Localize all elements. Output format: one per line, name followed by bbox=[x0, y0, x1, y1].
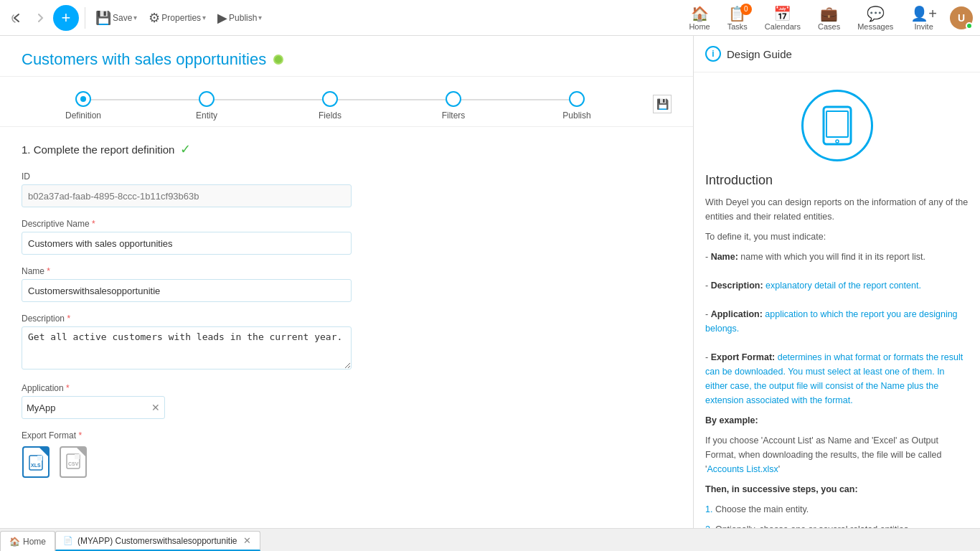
xlsx-icon: XLS bbox=[22, 446, 50, 478]
home-tab-icon: 🏠 bbox=[9, 537, 20, 547]
svg-rect-7 bbox=[826, 111, 848, 137]
properties-action[interactable]: ⚙ Properties ▾ bbox=[144, 7, 210, 29]
panel-icon-area bbox=[694, 72, 980, 173]
application-label: Application * bbox=[22, 383, 672, 393]
panel-example-label: By example: bbox=[705, 413, 969, 428]
avatar[interactable]: U bbox=[950, 6, 973, 29]
descriptive-name-input[interactable] bbox=[22, 232, 352, 255]
panel-items: - Name: name with which you will find it… bbox=[705, 250, 969, 408]
avatar-online-dot bbox=[966, 22, 973, 29]
publish-caret: ▾ bbox=[258, 14, 262, 22]
info-icon: i bbox=[705, 46, 721, 62]
tab-current[interactable]: 📄 (MYAPP) Customerswithsalesopportunitie… bbox=[55, 531, 260, 551]
step-label-filters: Filters bbox=[442, 110, 466, 121]
nav-home[interactable]: 🏠 Home bbox=[684, 5, 714, 31]
required-marker-2: * bbox=[47, 266, 50, 276]
export-format-field-group: Export Format * XLS bbox=[22, 430, 672, 479]
panel-step2: 2. Optionally, choose one or several rel… bbox=[705, 522, 969, 528]
nav-tasks[interactable]: 📋 0 Tasks bbox=[723, 5, 752, 31]
nav-calendars-label: Calendars bbox=[765, 22, 801, 31]
name-label-text: Name bbox=[22, 266, 44, 276]
right-panel: i Design Guide Introduction With Deyel y… bbox=[693, 36, 980, 528]
home-icon: 🏠 bbox=[691, 5, 709, 22]
save-step-icon: 💾 bbox=[656, 98, 669, 110]
required-marker-4: * bbox=[66, 383, 70, 393]
descriptive-name-label-text: Descriptive Name bbox=[22, 219, 90, 229]
step-entity[interactable]: Entity bbox=[145, 91, 268, 126]
panel-then-label: Then, in successive steps, you can: bbox=[705, 482, 969, 496]
descriptive-name-field-group: Descriptive Name * bbox=[22, 219, 672, 255]
nav-messages-label: Messages bbox=[857, 22, 893, 31]
id-label: ID bbox=[22, 171, 672, 182]
svg-rect-1 bbox=[37, 456, 42, 461]
section-title-text: 1. Complete the report definition bbox=[22, 143, 174, 156]
panel-intro-p2: To define it, you must indicate: bbox=[705, 230, 969, 244]
publish-label: Publish bbox=[229, 13, 257, 23]
panel-item-app: - Application: application to which the … bbox=[705, 309, 958, 334]
panel-item-desc: - Description: explanatory detail of the… bbox=[705, 281, 921, 291]
save-label: Save bbox=[113, 13, 132, 23]
description-textarea[interactable] bbox=[22, 326, 352, 369]
step-filters[interactable]: Filters bbox=[392, 91, 515, 126]
name-label: Name * bbox=[22, 266, 672, 276]
tab-current-label: (MYAPP) Customerswithsalesopportunitie bbox=[77, 536, 237, 546]
description-label: Description * bbox=[22, 314, 672, 324]
tab-close-button[interactable]: ✕ bbox=[242, 535, 253, 546]
panel-item-name: - Name: name with which you will find it… bbox=[705, 252, 925, 262]
panel-intro-p1: With Deyel you can design reports on the… bbox=[705, 195, 969, 224]
xlsx-label: XLS bbox=[29, 455, 43, 472]
xlsx-format-button[interactable]: XLS bbox=[22, 445, 50, 479]
page-title: Customers with sales opportunities bbox=[22, 50, 672, 69]
application-clear-button[interactable]: ✕ bbox=[151, 402, 160, 413]
properties-icon: ⚙ bbox=[149, 10, 160, 26]
csv-icon: CSV bbox=[60, 446, 87, 478]
properties-caret: ▾ bbox=[202, 14, 206, 22]
step-circle-entity bbox=[199, 91, 215, 107]
divider-1 bbox=[85, 7, 85, 29]
step-publish[interactable]: Publish bbox=[515, 91, 639, 126]
add-button[interactable]: + bbox=[53, 5, 79, 31]
step-fields[interactable]: Fields bbox=[268, 91, 392, 126]
save-icon: 💾 bbox=[95, 10, 111, 26]
application-select[interactable]: MyApp ✕ bbox=[22, 396, 165, 419]
nav-invite[interactable]: 👤+ Invite bbox=[906, 5, 941, 31]
nav-messages[interactable]: 💬 Messages bbox=[853, 5, 897, 31]
csv-format-button[interactable]: CSV bbox=[59, 445, 88, 479]
step-label-fields: Fields bbox=[319, 110, 341, 121]
step-dot-definition bbox=[80, 96, 86, 102]
back-button[interactable] bbox=[7, 8, 27, 28]
forward-button[interactable] bbox=[30, 8, 50, 28]
properties-label: Properties bbox=[161, 13, 201, 23]
nav-home-label: Home bbox=[689, 22, 710, 31]
toolbar: + 💾 Save ▾ ⚙ Properties ▾ ▶ Publish ▾ 🏠 … bbox=[0, 0, 980, 36]
check-icon: ✓ bbox=[180, 141, 191, 157]
csv-label: CSV bbox=[66, 453, 80, 471]
save-action[interactable]: 💾 Save ▾ bbox=[91, 7, 141, 29]
required-marker-5: * bbox=[78, 430, 82, 441]
calendars-icon: 📅 bbox=[773, 5, 791, 22]
publish-action[interactable]: ▶ Publish ▾ bbox=[213, 7, 266, 29]
panel-step1: 1. Choose the main entity. bbox=[705, 502, 969, 517]
page-title-text: Customers with sales opportunities bbox=[22, 50, 266, 69]
invite-icon: 👤+ bbox=[910, 5, 937, 22]
form-area: 1. Complete the report definition ✓ ID D… bbox=[0, 127, 693, 528]
step-label-entity: Entity bbox=[196, 110, 217, 121]
name-input[interactable] bbox=[22, 279, 352, 302]
id-field-group: ID bbox=[22, 171, 672, 207]
application-label-text: Application bbox=[22, 383, 64, 393]
page-header: Customers with sales opportunities bbox=[0, 36, 693, 77]
description-field-group: Description * bbox=[22, 314, 672, 372]
nav-cases[interactable]: 💼 Cases bbox=[814, 5, 844, 31]
tab-home[interactable]: 🏠 Home bbox=[0, 531, 55, 551]
step-label-definition: Definition bbox=[65, 110, 101, 121]
step-save-button[interactable]: 💾 bbox=[653, 95, 672, 113]
step-definition[interactable]: Definition bbox=[22, 91, 145, 126]
toolbar-left: + 💾 Save ▾ ⚙ Properties ▾ ▶ Publish ▾ bbox=[7, 5, 266, 31]
nav-calendars[interactable]: 📅 Calendars bbox=[760, 5, 805, 31]
panel-section-title: Introduction bbox=[694, 173, 980, 195]
name-field-group: Name * bbox=[22, 266, 672, 302]
nav-cases-label: Cases bbox=[818, 22, 840, 31]
id-input[interactable] bbox=[22, 184, 352, 207]
panel-header: i Design Guide bbox=[694, 36, 980, 72]
toolbar-right: 🏠 Home 📋 0 Tasks 📅 Calendars 💼 Cases 💬 M… bbox=[684, 5, 973, 31]
